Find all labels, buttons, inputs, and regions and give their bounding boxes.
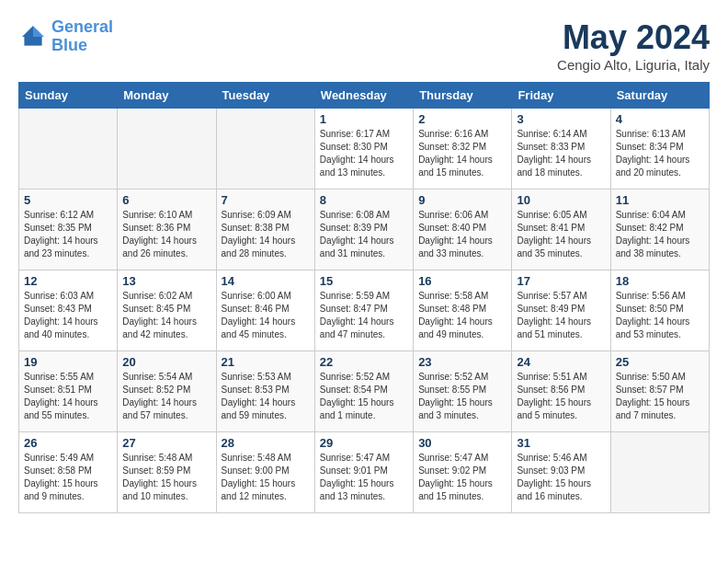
cell-info: Sunrise: 6:06 AMSunset: 8:40 PMDaylight:… bbox=[418, 209, 506, 260]
calendar-cell: 20Sunrise: 5:54 AMSunset: 8:52 PMDayligh… bbox=[118, 351, 216, 432]
cell-info: Sunrise: 5:59 AMSunset: 8:47 PMDaylight:… bbox=[320, 290, 408, 341]
calendar-week-row: 5Sunrise: 6:12 AMSunset: 8:35 PMDaylight… bbox=[19, 190, 710, 270]
calendar-cell bbox=[19, 109, 118, 190]
calendar-cell: 4Sunrise: 6:13 AMSunset: 8:34 PMDaylight… bbox=[610, 109, 709, 190]
calendar-cell: 31Sunrise: 5:46 AMSunset: 9:03 PMDayligh… bbox=[512, 432, 610, 513]
calendar-cell: 12Sunrise: 6:03 AMSunset: 8:43 PMDayligh… bbox=[19, 270, 118, 351]
cell-info: Sunrise: 6:16 AMSunset: 8:32 PMDaylight:… bbox=[418, 128, 506, 179]
day-number: 10 bbox=[517, 193, 605, 207]
page-header: General Blue May 2024 Cengio Alto, Ligur… bbox=[18, 18, 710, 73]
calendar-cell: 6Sunrise: 6:10 AMSunset: 8:36 PMDaylight… bbox=[118, 190, 216, 270]
location-subtitle: Cengio Alto, Liguria, Italy bbox=[557, 57, 710, 73]
day-number: 13 bbox=[122, 274, 210, 288]
weekday-header: Sunday bbox=[19, 83, 118, 109]
calendar-cell: 3Sunrise: 6:14 AMSunset: 8:33 PMDaylight… bbox=[512, 109, 610, 190]
calendar-cell: 22Sunrise: 5:52 AMSunset: 8:54 PMDayligh… bbox=[314, 351, 413, 432]
cell-info: Sunrise: 6:17 AMSunset: 8:30 PMDaylight:… bbox=[320, 128, 408, 179]
cell-info: Sunrise: 5:58 AMSunset: 8:48 PMDaylight:… bbox=[418, 290, 506, 341]
calendar-week-row: 19Sunrise: 5:55 AMSunset: 8:51 PMDayligh… bbox=[19, 351, 710, 432]
cell-info: Sunrise: 5:52 AMSunset: 8:54 PMDaylight:… bbox=[320, 371, 408, 422]
calendar-cell: 16Sunrise: 5:58 AMSunset: 8:48 PMDayligh… bbox=[414, 270, 512, 351]
day-number: 30 bbox=[418, 436, 506, 450]
weekday-header: Tuesday bbox=[216, 83, 314, 109]
svg-rect-2 bbox=[24, 37, 41, 46]
cell-info: Sunrise: 5:47 AMSunset: 9:01 PMDaylight:… bbox=[320, 452, 408, 503]
day-number: 8 bbox=[320, 193, 408, 207]
logo: General Blue bbox=[18, 18, 113, 55]
cell-info: Sunrise: 5:51 AMSunset: 8:56 PMDaylight:… bbox=[517, 371, 605, 422]
day-number: 31 bbox=[517, 436, 605, 450]
cell-info: Sunrise: 5:55 AMSunset: 8:51 PMDaylight:… bbox=[24, 371, 112, 422]
cell-info: Sunrise: 6:09 AMSunset: 8:38 PMDaylight:… bbox=[222, 209, 310, 260]
calendar-week-row: 1Sunrise: 6:17 AMSunset: 8:30 PMDaylight… bbox=[19, 109, 710, 190]
day-number: 21 bbox=[222, 355, 310, 369]
svg-marker-0 bbox=[33, 26, 44, 37]
calendar-cell: 18Sunrise: 5:56 AMSunset: 8:50 PMDayligh… bbox=[610, 270, 709, 351]
cell-info: Sunrise: 6:12 AMSunset: 8:35 PMDaylight:… bbox=[24, 209, 112, 260]
day-number: 5 bbox=[24, 193, 112, 207]
calendar-cell: 15Sunrise: 5:59 AMSunset: 8:47 PMDayligh… bbox=[314, 270, 413, 351]
day-number: 26 bbox=[24, 436, 112, 450]
day-number: 23 bbox=[418, 355, 506, 369]
cell-info: Sunrise: 5:54 AMSunset: 8:52 PMDaylight:… bbox=[122, 371, 210, 422]
logo-text: General Blue bbox=[51, 18, 113, 55]
day-number: 4 bbox=[616, 112, 704, 126]
day-number: 24 bbox=[517, 355, 605, 369]
weekday-header: Wednesday bbox=[314, 83, 413, 109]
calendar-cell: 9Sunrise: 6:06 AMSunset: 8:40 PMDaylight… bbox=[414, 190, 512, 270]
calendar-cell: 17Sunrise: 5:57 AMSunset: 8:49 PMDayligh… bbox=[512, 270, 610, 351]
cell-info: Sunrise: 5:48 AMSunset: 9:00 PMDaylight:… bbox=[222, 452, 310, 503]
weekday-header: Thursday bbox=[414, 83, 512, 109]
calendar-cell: 24Sunrise: 5:51 AMSunset: 8:56 PMDayligh… bbox=[512, 351, 610, 432]
cell-info: Sunrise: 5:53 AMSunset: 8:53 PMDaylight:… bbox=[222, 371, 310, 422]
day-number: 14 bbox=[222, 274, 310, 288]
calendar-cell: 19Sunrise: 5:55 AMSunset: 8:51 PMDayligh… bbox=[19, 351, 118, 432]
calendar-cell: 27Sunrise: 5:48 AMSunset: 8:59 PMDayligh… bbox=[118, 432, 216, 513]
day-number: 2 bbox=[418, 112, 506, 126]
calendar-cell: 11Sunrise: 6:04 AMSunset: 8:42 PMDayligh… bbox=[610, 190, 709, 270]
weekday-header: Saturday bbox=[610, 83, 709, 109]
svg-marker-1 bbox=[22, 26, 33, 37]
calendar-cell: 30Sunrise: 5:47 AMSunset: 9:02 PMDayligh… bbox=[414, 432, 512, 513]
calendar-cell: 5Sunrise: 6:12 AMSunset: 8:35 PMDaylight… bbox=[19, 190, 118, 270]
cell-info: Sunrise: 5:52 AMSunset: 8:55 PMDaylight:… bbox=[418, 371, 506, 422]
logo-general: General bbox=[51, 17, 113, 36]
calendar-cell: 14Sunrise: 6:00 AMSunset: 8:46 PMDayligh… bbox=[216, 270, 314, 351]
day-number: 11 bbox=[616, 193, 704, 207]
calendar-cell: 28Sunrise: 5:48 AMSunset: 9:00 PMDayligh… bbox=[216, 432, 314, 513]
weekday-header: Friday bbox=[512, 83, 610, 109]
cell-info: Sunrise: 5:57 AMSunset: 8:49 PMDaylight:… bbox=[517, 290, 605, 341]
day-number: 3 bbox=[517, 112, 605, 126]
day-number: 27 bbox=[122, 436, 210, 450]
day-number: 17 bbox=[517, 274, 605, 288]
cell-info: Sunrise: 6:00 AMSunset: 8:46 PMDaylight:… bbox=[222, 290, 310, 341]
calendar-cell: 25Sunrise: 5:50 AMSunset: 8:57 PMDayligh… bbox=[610, 351, 709, 432]
cell-info: Sunrise: 6:14 AMSunset: 8:33 PMDaylight:… bbox=[517, 128, 605, 179]
calendar-week-row: 12Sunrise: 6:03 AMSunset: 8:43 PMDayligh… bbox=[19, 270, 710, 351]
weekday-header: Monday bbox=[118, 83, 216, 109]
cell-info: Sunrise: 5:46 AMSunset: 9:03 PMDaylight:… bbox=[517, 452, 605, 503]
logo-icon bbox=[18, 22, 48, 52]
calendar-cell: 13Sunrise: 6:02 AMSunset: 8:45 PMDayligh… bbox=[118, 270, 216, 351]
month-title: May 2024 bbox=[557, 18, 710, 57]
calendar-week-row: 26Sunrise: 5:49 AMSunset: 8:58 PMDayligh… bbox=[19, 432, 710, 513]
day-number: 16 bbox=[418, 274, 506, 288]
calendar-cell: 21Sunrise: 5:53 AMSunset: 8:53 PMDayligh… bbox=[216, 351, 314, 432]
calendar-cell: 1Sunrise: 6:17 AMSunset: 8:30 PMDaylight… bbox=[314, 109, 413, 190]
day-number: 9 bbox=[418, 193, 506, 207]
day-number: 20 bbox=[122, 355, 210, 369]
cell-info: Sunrise: 6:02 AMSunset: 8:45 PMDaylight:… bbox=[122, 290, 210, 341]
day-number: 7 bbox=[222, 193, 310, 207]
day-number: 28 bbox=[222, 436, 310, 450]
day-number: 19 bbox=[24, 355, 112, 369]
cell-info: Sunrise: 6:05 AMSunset: 8:41 PMDaylight:… bbox=[517, 209, 605, 260]
cell-info: Sunrise: 6:03 AMSunset: 8:43 PMDaylight:… bbox=[24, 290, 112, 341]
calendar-cell: 2Sunrise: 6:16 AMSunset: 8:32 PMDaylight… bbox=[414, 109, 512, 190]
day-number: 6 bbox=[122, 193, 210, 207]
day-number: 29 bbox=[320, 436, 408, 450]
calendar-cell: 8Sunrise: 6:08 AMSunset: 8:39 PMDaylight… bbox=[314, 190, 413, 270]
weekday-header-row: SundayMondayTuesdayWednesdayThursdayFrid… bbox=[19, 83, 710, 109]
cell-info: Sunrise: 6:08 AMSunset: 8:39 PMDaylight:… bbox=[320, 209, 408, 260]
calendar-cell bbox=[118, 109, 216, 190]
cell-info: Sunrise: 6:04 AMSunset: 8:42 PMDaylight:… bbox=[616, 209, 704, 260]
